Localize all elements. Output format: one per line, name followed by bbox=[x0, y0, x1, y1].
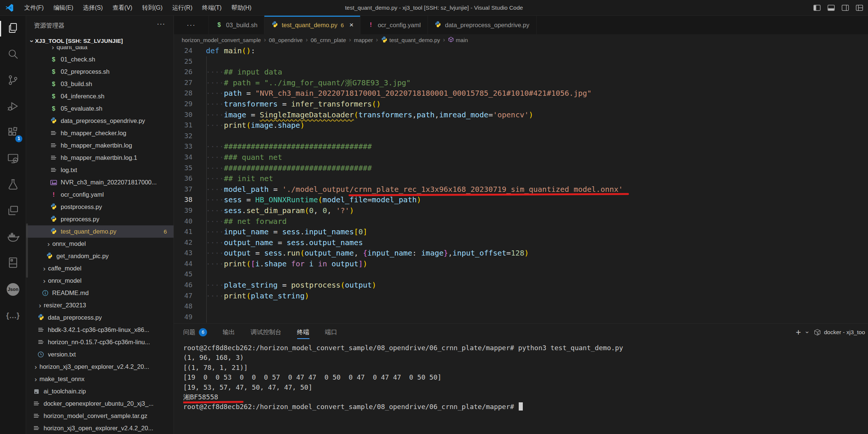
tree-item-hb_mapper_makertbin.log.1[interactable]: hb_mapper_makertbin.log.1 bbox=[26, 152, 174, 164]
tab-overflow-ellipsis[interactable]: ··· bbox=[174, 16, 209, 34]
breadcrumb-item-horizon_model_convert_sample[interactable]: horizon_model_convert_sample bbox=[182, 37, 261, 43]
tree-item-label: hb_mapper_makertbin.log.1 bbox=[61, 154, 137, 161]
breadcrumb-item-08_opendrive[interactable]: 08_opendrive bbox=[269, 37, 303, 43]
activity-docker[interactable] bbox=[0, 224, 26, 250]
menu-item-3[interactable]: 选择(S) bbox=[78, 4, 108, 11]
tab-ocr_config.yaml[interactable]: !ocr_config.yaml bbox=[360, 16, 428, 34]
breadcrumb-item-06_crnn_plate[interactable]: 06_crnn_plate bbox=[311, 37, 346, 43]
tree-item-ai_toolchain.zip[interactable]: ai_toolchain.zip bbox=[26, 385, 174, 397]
panel-tab-调试控制台[interactable]: 调试控制台 bbox=[251, 324, 282, 341]
tree-item-postprocess.py[interactable]: postprocess.py bbox=[26, 201, 174, 213]
activity-run-debug[interactable] bbox=[0, 94, 26, 120]
breadcrumb-item-test_quant_demo.py[interactable]: test_quant_demo.py bbox=[381, 36, 440, 44]
title-actions bbox=[813, 0, 864, 16]
toggle-sidebar-icon[interactable] bbox=[813, 4, 821, 12]
tab-test_quant_demo.py[interactable]: test_quant_demo.py6× bbox=[264, 16, 360, 34]
terminal-output[interactable]: root@2cf8d8ecb262:/horizon_model_convert… bbox=[183, 343, 868, 434]
panel-tab-label: 问题 bbox=[183, 328, 195, 336]
toggle-panel-icon[interactable] bbox=[827, 4, 835, 12]
menu-item-5[interactable]: 转到(G) bbox=[137, 4, 167, 11]
panel-tab-终端[interactable]: 终端 bbox=[297, 324, 309, 341]
sidebar-scrollbar[interactable] bbox=[26, 224, 28, 278]
tree-item-version.txt[interactable]: version.txt bbox=[26, 348, 174, 361]
python-icon bbox=[271, 21, 278, 29]
menu-item-1[interactable]: 文件(F) bbox=[19, 4, 48, 11]
activity-notebook[interactable] bbox=[0, 250, 26, 276]
vscode-logo-icon bbox=[4, 3, 14, 13]
tree-item-label: postprocess.py bbox=[61, 203, 102, 210]
tree-item-caffe_model[interactable]: ›caffe_model bbox=[26, 262, 174, 275]
panel-tab-问题[interactable]: 问题6 bbox=[183, 324, 207, 341]
activity-search[interactable] bbox=[0, 42, 26, 68]
tree-item-quant_data[interactable]: ›quant_data bbox=[26, 46, 174, 53]
tree-item-01_check.sh[interactable]: $01_check.sh bbox=[26, 53, 174, 66]
breadcrumb-item-main[interactable]: main bbox=[448, 37, 468, 44]
tree-item-test_quant_demo.py[interactable]: test_quant_demo.py6 bbox=[26, 225, 174, 238]
tree-item-03_build.sh[interactable]: $03_build.sh bbox=[26, 78, 174, 90]
tree-item-docker_openexplorer_ubuntu_20_xj3_...[interactable]: docker_openexplorer_ubuntu_20_xj3_... bbox=[26, 397, 174, 410]
activity-badge: 1 bbox=[15, 135, 22, 142]
tree-item-onnx_model[interactable]: ›onnx_model bbox=[26, 238, 174, 250]
activity-json[interactable]: Json bbox=[0, 276, 26, 302]
activity-source-control[interactable] bbox=[0, 68, 26, 94]
workspace-section-header[interactable]: › XJ3_TOOL [SSH: SZ_LVJUNJIE] bbox=[26, 36, 174, 46]
terminal-dropdown-chevron-icon[interactable]: › bbox=[804, 331, 811, 333]
menu-item-2[interactable]: 编辑(E) bbox=[48, 4, 78, 11]
close-icon[interactable]: × bbox=[349, 21, 353, 29]
code-editor[interactable]: 24def main():2526····## input data27····… bbox=[174, 45, 868, 323]
panel-tab-label: 调试控制台 bbox=[251, 328, 282, 336]
code-text: ····# path = "../img_for_quant/浙G78E93_3… bbox=[206, 77, 411, 88]
code-text: ····################################# bbox=[206, 141, 372, 152]
tree-item-horizon_model_convert_sample.tar.gz[interactable]: horizon_model_convert_sample.tar.gz bbox=[26, 410, 174, 422]
tree-item-04_inference.sh[interactable]: $04_inference.sh bbox=[26, 90, 174, 102]
tree-item-hb_mapper_makertbin.log[interactable]: hb_mapper_makertbin.log bbox=[26, 139, 174, 152]
tree-item-resizer_230213[interactable]: ›resizer_230213 bbox=[26, 299, 174, 311]
tree-item-ocr_config.yaml[interactable]: !ocr_config.yaml bbox=[26, 189, 174, 201]
tree-item-onnx_model[interactable]: ›onnx_model bbox=[26, 275, 174, 287]
testing-icon bbox=[7, 178, 19, 192]
terminal-profile-item[interactable]: $ docker - xj3_too bbox=[814, 329, 865, 336]
panel-tab-端口[interactable]: 端口 bbox=[325, 324, 337, 341]
line-number: 35 bbox=[174, 163, 193, 174]
activity-extensions[interactable]: 1 bbox=[0, 120, 26, 146]
activity-testing[interactable] bbox=[0, 172, 26, 198]
breadcrumb-item-mapper[interactable]: mapper bbox=[354, 37, 373, 43]
breadcrumb-label: test_quant_demo.py bbox=[390, 37, 440, 43]
new-terminal-icon[interactable]: + bbox=[796, 327, 801, 338]
activity-windows[interactable] bbox=[0, 198, 26, 224]
tree-item-horizon_xj3_open_explorer_v2.4.2_20...[interactable]: horizon_xj3_open_explorer_v2.4.2_20... bbox=[26, 422, 174, 434]
tab-03_build.sh[interactable]: $03_build.sh bbox=[209, 16, 264, 34]
tree-item-hbdk-3.42.1-cp36-cp36m-linux_x86...[interactable]: hbdk-3.42.1-cp36-cp36m-linux_x86... bbox=[26, 324, 174, 336]
chevron-down-icon: › bbox=[28, 38, 36, 44]
tree-item-get_random_pic.py[interactable]: get_random_pic.py bbox=[26, 250, 174, 262]
tree-item-log.txt[interactable]: log.txt bbox=[26, 164, 174, 176]
tree-item-02_preprocess.sh[interactable]: $02_preprocess.sh bbox=[26, 66, 174, 78]
menu-item-7[interactable]: 终端(T) bbox=[197, 4, 226, 11]
activity-braces[interactable]: {...} bbox=[0, 302, 26, 329]
tree-item-label: version.txt bbox=[48, 351, 76, 358]
activity-remote-explorer[interactable] bbox=[0, 146, 26, 172]
tree-item-horizon_nn-0.15.7-cp36-cp36m-linu...[interactable]: horizon_nn-0.15.7-cp36-cp36m-linu... bbox=[26, 336, 174, 348]
menu-item-4[interactable]: 查看(V) bbox=[108, 4, 137, 11]
sidebar-more-actions-icon[interactable]: ··· bbox=[157, 19, 165, 28]
tree-item-preprocess.py[interactable]: preprocess.py bbox=[26, 213, 174, 225]
menu-item-6[interactable]: 运行(R) bbox=[168, 4, 197, 11]
tree-item-README.md[interactable]: README.md bbox=[26, 287, 174, 299]
tab-data_preprocess_opendrive.py[interactable]: data_preprocess_opendrive.py bbox=[428, 16, 537, 34]
menu-item-8[interactable]: 帮助(H) bbox=[226, 4, 256, 11]
customize-layout-icon[interactable] bbox=[855, 4, 864, 12]
tree-item-horizon_xj3_open_explorer_v2.4.2_20...[interactable]: ›horizon_xj3_open_explorer_v2.4.2_20... bbox=[26, 361, 174, 373]
tree-item-hb_mapper_checker.log[interactable]: hb_mapper_checker.log bbox=[26, 127, 174, 139]
tree-item-05_evaluate.sh[interactable]: $05_evaluate.sh bbox=[26, 102, 174, 115]
tree-item-label: 04_inference.sh bbox=[61, 93, 104, 100]
chevron-right-icon: › bbox=[32, 377, 39, 382]
tree-item-NVR_ch3_main_2022071817000...[interactable]: NVR_ch3_main_2022071817000... bbox=[26, 176, 174, 189]
toggle-secondary-sidebar-icon[interactable] bbox=[841, 4, 849, 12]
activity-explorer[interactable] bbox=[0, 16, 26, 42]
python-icon bbox=[38, 314, 44, 322]
tree-item-data_preprocess.py[interactable]: data_preprocess.py bbox=[26, 311, 174, 324]
panel-tab-输出[interactable]: 输出 bbox=[223, 324, 235, 341]
tree-item-make_test_onnx[interactable]: ›make_test_onnx bbox=[26, 373, 174, 385]
tree-item-label: ocr_config.yaml bbox=[61, 191, 104, 198]
tree-item-data_preprocess_opendrive.py[interactable]: data_preprocess_opendrive.py bbox=[26, 115, 174, 127]
